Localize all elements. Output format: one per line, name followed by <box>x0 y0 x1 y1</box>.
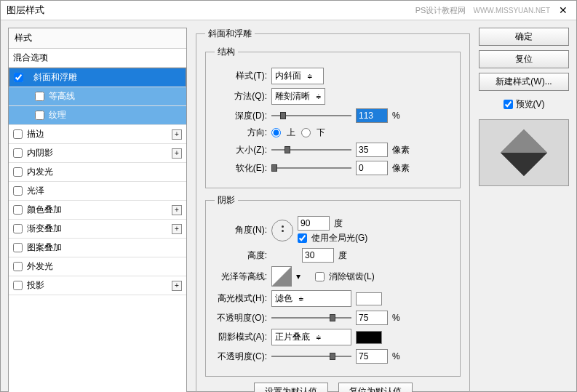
preview-box <box>479 119 569 186</box>
gloss-contour-label: 光泽等高线: <box>215 271 267 283</box>
row-texture[interactable]: 纹理 <box>9 106 186 125</box>
row-bevel-emboss[interactable]: 斜面和浮雕 <box>9 68 186 87</box>
row-outer-glow[interactable]: 外发光 <box>9 257 186 276</box>
inner-shadow-checkbox[interactable] <box>13 148 23 158</box>
highlight-mode-select[interactable]: 滤色≑ <box>271 290 351 307</box>
content-area: 样式 混合选项 斜面和浮雕 等高线 纹理 描边+ 内阴影+ 内发光 光泽 颜色叠… <box>1 20 576 392</box>
direction-label: 方向: <box>215 127 267 139</box>
texture-checkbox[interactable] <box>35 111 44 120</box>
list-filler <box>9 295 186 392</box>
style-list: 样式 混合选项 斜面和浮雕 等高线 纹理 描边+ 内阴影+ 内发光 光泽 颜色叠… <box>8 28 187 392</box>
inner-glow-checkbox[interactable] <box>13 167 23 177</box>
bevel-fieldset: 斜面和浮雕 结构 样式(T):内斜面≑ 方法(Q):雕刻清晰≑ 深度(D):% … <box>196 28 470 392</box>
chevron-down-icon[interactable]: ▾ <box>296 271 301 281</box>
settings-panel: 斜面和浮雕 结构 样式(T):内斜面≑ 方法(Q):雕刻清晰≑ 深度(D):% … <box>193 28 473 392</box>
row-gradient-overlay[interactable]: 渐变叠加+ <box>9 220 186 239</box>
row-inner-glow[interactable]: 内发光 <box>9 163 186 182</box>
chevron-down-icon: ≑ <box>316 334 322 341</box>
ok-button[interactable]: 确定 <box>479 28 569 46</box>
row-contour[interactable]: 等高线 <box>9 87 186 106</box>
structure-legend: 结构 <box>215 46 238 58</box>
shading-fieldset: 阴影 角度(N): 度 使用全局光(G) 高度:度 光泽等高线:▾消除锯齿(L)… <box>205 194 461 377</box>
gradient-overlay-checkbox[interactable] <box>13 224 23 233</box>
depth-input[interactable] <box>356 108 388 123</box>
bevel-preview-icon <box>501 129 547 176</box>
highlight-opacity-label: 不透明度(O): <box>215 312 267 324</box>
plus-icon[interactable]: + <box>172 224 182 234</box>
titlebar: 图层样式 PS设计教程网 WWW.MISSYUAN.NET ✕ <box>1 1 576 20</box>
pattern-overlay-checkbox[interactable] <box>13 243 23 252</box>
shadow-color-swatch[interactable] <box>356 331 382 344</box>
style-list-panel: 样式 混合选项 斜面和浮雕 等高线 纹理 描边+ 内阴影+ 内发光 光泽 颜色叠… <box>8 28 187 392</box>
direction-down-radio[interactable] <box>301 128 311 137</box>
highlight-color-swatch[interactable] <box>356 292 382 305</box>
global-light-checkbox[interactable] <box>298 233 307 243</box>
style-label: 样式(T): <box>215 70 267 82</box>
antialias-checkbox[interactable] <box>315 272 325 281</box>
highlight-mode-label: 高光模式(H): <box>215 292 267 305</box>
close-icon[interactable]: ✕ <box>556 4 570 16</box>
row-blend-options[interactable]: 混合选项 <box>9 49 186 68</box>
soften-input[interactable] <box>356 161 388 175</box>
highlight-opacity-slider[interactable] <box>271 313 351 323</box>
angle-input[interactable] <box>298 216 330 231</box>
altitude-label: 高度: <box>215 249 267 262</box>
shadow-opacity-input[interactable] <box>356 349 388 364</box>
shadow-opacity-label: 不透明度(C): <box>215 351 267 363</box>
shading-legend: 阴影 <box>215 194 238 207</box>
soften-label: 软化(E): <box>215 162 267 175</box>
set-default-button[interactable]: 设置为默认值 <box>254 383 328 392</box>
brand-url: WWW.MISSYUAN.NET <box>473 7 550 15</box>
shadow-opacity-slider[interactable] <box>271 351 351 361</box>
size-slider[interactable] <box>271 145 351 155</box>
depth-label: 深度(D): <box>215 110 267 122</box>
drop-shadow-checkbox[interactable] <box>13 281 23 290</box>
satin-checkbox[interactable] <box>13 186 23 196</box>
outer-glow-checkbox[interactable] <box>13 262 23 271</box>
preview-checkbox[interactable] <box>504 100 513 109</box>
cancel-button[interactable]: 复位 <box>479 50 569 68</box>
plus-icon[interactable]: + <box>172 129 182 140</box>
altitude-input[interactable] <box>302 248 334 263</box>
layer-style-dialog: 图层样式 PS设计教程网 WWW.MISSYUAN.NET ✕ 样式 混合选项 … <box>0 0 577 392</box>
brand-text: PS设计教程网 <box>415 5 466 16</box>
row-inner-shadow[interactable]: 内阴影+ <box>9 144 186 163</box>
color-overlay-checkbox[interactable] <box>13 205 23 215</box>
method-label: 方法(Q): <box>215 90 267 103</box>
chevron-down-icon: ≑ <box>298 295 304 303</box>
plus-icon[interactable]: + <box>172 281 182 291</box>
gloss-contour-picker[interactable] <box>271 266 292 287</box>
reset-default-button[interactable]: 复位为默认值 <box>338 383 413 392</box>
chevron-down-icon: ≑ <box>307 73 313 80</box>
size-input[interactable] <box>356 143 388 157</box>
structure-fieldset: 结构 样式(T):内斜面≑ 方法(Q):雕刻清晰≑ 深度(D):% 方向:上下 … <box>205 46 461 188</box>
soften-slider[interactable] <box>271 163 351 173</box>
depth-slider[interactable] <box>271 111 351 121</box>
style-list-header: 样式 <box>9 28 186 49</box>
bevel-checkbox[interactable] <box>14 73 23 82</box>
bevel-legend: 斜面和浮雕 <box>205 28 255 40</box>
chevron-down-icon: ≑ <box>316 93 322 100</box>
row-stroke[interactable]: 描边+ <box>9 125 186 144</box>
row-satin[interactable]: 光泽 <box>9 182 186 201</box>
highlight-opacity-input[interactable] <box>356 311 388 325</box>
row-pattern-overlay[interactable]: 图案叠加 <box>9 239 186 257</box>
new-style-button[interactable]: 新建样式(W)... <box>479 73 569 91</box>
direction-up-radio[interactable] <box>271 128 281 137</box>
angle-label: 角度(N): <box>215 224 267 236</box>
shadow-mode-label: 阴影模式(A): <box>215 331 267 343</box>
right-panel: 确定 复位 新建样式(W)... 预览(V) <box>479 28 569 392</box>
size-label: 大小(Z): <box>215 144 267 156</box>
stroke-checkbox[interactable] <box>13 129 23 139</box>
angle-control[interactable] <box>271 220 293 241</box>
plus-icon[interactable]: + <box>172 148 182 159</box>
window-title: 图层样式 <box>7 4 415 17</box>
shadow-mode-select[interactable]: 正片叠底≑ <box>271 329 351 345</box>
row-color-overlay[interactable]: 颜色叠加+ <box>9 201 186 220</box>
contour-checkbox[interactable] <box>35 92 44 101</box>
plus-icon[interactable]: + <box>172 205 182 215</box>
row-drop-shadow[interactable]: 投影+ <box>9 276 186 295</box>
style-select[interactable]: 内斜面≑ <box>271 68 324 84</box>
method-select[interactable]: 雕刻清晰≑ <box>271 88 325 105</box>
